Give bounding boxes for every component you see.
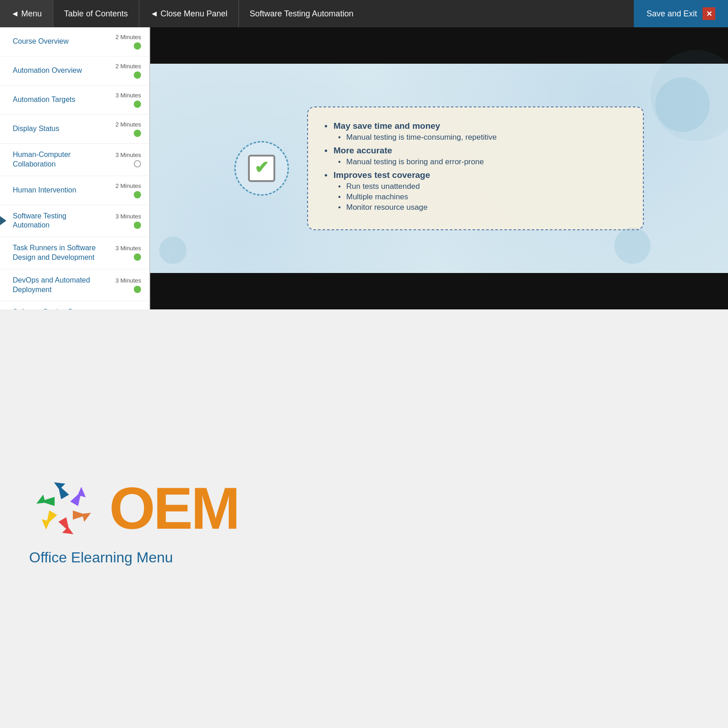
sidebar-item-label: Course Overview bbox=[13, 37, 105, 46]
sidebar-item-course-overview[interactable]: Course Overview 2 Minutes bbox=[0, 27, 149, 56]
sidebar-item-meta: 2 Minutes bbox=[105, 182, 141, 198]
content-bottom-black bbox=[150, 273, 728, 309]
deco-circle-2 bbox=[614, 228, 651, 264]
deco-circle-4 bbox=[651, 50, 728, 141]
sidebar-item-time: 3 Minutes bbox=[116, 245, 141, 252]
current-topic-label: Software Testing Automation bbox=[239, 0, 364, 27]
oem-subtitle: Office Elearning Menu bbox=[29, 549, 173, 566]
sidebar-item-automation-targets[interactable]: Automation Targets 3 Minutes bbox=[0, 86, 149, 115]
sidebar-item-meta: 3 Minutes bbox=[105, 152, 141, 167]
sidebar-item-time: 3 Minutes bbox=[116, 213, 141, 220]
status-dot bbox=[134, 286, 141, 293]
close-menu-button[interactable]: ◄ Close Menu Panel bbox=[139, 0, 239, 27]
top-bar-left: ◄ Menu Table of Contents ◄ Close Menu Pa… bbox=[0, 0, 364, 27]
slide-sub-bullet-2-0: Run tests unattended bbox=[334, 182, 627, 191]
content-top-black bbox=[150, 27, 728, 64]
deco-circle-3 bbox=[159, 237, 187, 264]
status-dot bbox=[134, 253, 141, 261]
logo-top: OEM bbox=[27, 472, 238, 545]
checkbox-icon-wrap: ✔ bbox=[234, 141, 289, 196]
sidebar-item-time: 2 Minutes bbox=[116, 121, 141, 128]
sidebar-item-label: Display Status bbox=[13, 124, 105, 134]
sidebar-item-automation-overview[interactable]: Automation Overview 2 Minutes bbox=[0, 56, 149, 86]
sidebar-item-label: Task Runners in Software Design and Deve… bbox=[13, 243, 105, 263]
sidebar-item-human-computer[interactable]: Human-Computer Collaboration 3 Minutes bbox=[0, 144, 149, 176]
sidebar-item-label: Automation Overview bbox=[13, 66, 105, 76]
sidebar-item-software-testing[interactable]: Software Testing Automation 3 Minutes bbox=[0, 205, 149, 238]
sidebar: Course Overview 2 Minutes Automation Ove… bbox=[0, 27, 150, 309]
sidebar-item-label: Human Intervention bbox=[13, 186, 105, 195]
slide-sub-bullet-2-2: Monitor resource usage bbox=[334, 203, 627, 212]
sidebar-item-label: Software Design Patterns for Robotics bbox=[13, 308, 105, 309]
slide-bullet-0: May save time and moneyManual testing is… bbox=[324, 121, 627, 142]
logo-area: OEM Office Elearning Menu bbox=[0, 309, 728, 728]
sidebar-item-task-runners[interactable]: Task Runners in Software Design and Deve… bbox=[0, 237, 149, 269]
status-dot bbox=[134, 71, 141, 79]
sidebar-item-meta: 3 Minutes bbox=[105, 245, 141, 261]
check-square-icon: ✔ bbox=[248, 155, 275, 182]
sidebar-item-human-intervention[interactable]: Human Intervention 2 Minutes bbox=[0, 176, 149, 205]
menu-button[interactable]: ◄ Menu bbox=[0, 0, 53, 27]
sidebar-item-time: 3 Minutes bbox=[116, 152, 141, 158]
status-dot bbox=[134, 191, 141, 198]
slide-sub-bullet-0-0: Manual testing is time-consuming, repeti… bbox=[334, 133, 627, 142]
oem-arrow-wheel bbox=[27, 472, 100, 545]
top-bar: ◄ Menu Table of Contents ◄ Close Menu Pa… bbox=[0, 0, 728, 27]
content-area: ✔ May save time and moneyManual testing … bbox=[150, 27, 728, 309]
checkmark-symbol: ✔ bbox=[254, 157, 269, 177]
info-box: May save time and moneyManual testing is… bbox=[307, 106, 644, 230]
sidebar-item-meta: 2 Minutes bbox=[105, 63, 141, 79]
sidebar-item-label: Human-Computer Collaboration bbox=[13, 150, 105, 169]
sidebar-item-label: DevOps and Automated Deployment bbox=[13, 276, 105, 295]
sidebar-item-time: 3 Minutes bbox=[116, 92, 141, 99]
status-dot bbox=[134, 160, 141, 167]
close-x-icon[interactable]: ✕ bbox=[703, 7, 715, 20]
status-dot bbox=[134, 101, 141, 108]
status-dot bbox=[134, 42, 141, 50]
sidebar-item-meta: 3 Minutes bbox=[105, 92, 141, 108]
sidebar-item-time: 2 Minutes bbox=[116, 34, 141, 40]
sidebar-item-display-status[interactable]: Display Status 2 Minutes bbox=[0, 115, 149, 144]
sidebar-item-label: Automation Targets bbox=[13, 95, 105, 105]
sidebar-item-software-design[interactable]: Software Design Patterns for Robotics 3 … bbox=[0, 301, 149, 309]
content-slide: ✔ May save time and moneyManual testing … bbox=[150, 64, 728, 273]
status-dot bbox=[134, 130, 141, 137]
logo-container: OEM Office Elearning Menu bbox=[27, 472, 238, 566]
slide-bullet-1: More accurateManual testing is boring an… bbox=[324, 146, 627, 167]
save-exit-button[interactable]: Save and Exit ✕ bbox=[634, 0, 728, 27]
slide-bullet-2: Improves test coverageRun tests unattend… bbox=[324, 170, 627, 212]
toc-label: Table of Contents bbox=[53, 0, 139, 27]
sidebar-item-devops[interactable]: DevOps and Automated Deployment 3 Minute… bbox=[0, 269, 149, 302]
menu-label: ◄ Menu bbox=[11, 9, 42, 19]
sidebar-item-time: 3 Minutes bbox=[116, 277, 141, 284]
save-exit-label: Save and Exit bbox=[647, 9, 697, 19]
sidebar-item-time: 2 Minutes bbox=[116, 63, 141, 70]
checkbox-circle: ✔ bbox=[234, 141, 289, 196]
status-dot bbox=[134, 222, 141, 229]
main-layout: Course Overview 2 Minutes Automation Ove… bbox=[0, 27, 728, 309]
sidebar-item-time: 2 Minutes bbox=[116, 182, 141, 189]
sidebar-item-meta: 3 Minutes bbox=[105, 277, 141, 293]
slide-main: ✔ May save time and moneyManual testing … bbox=[234, 106, 644, 230]
slide-sub-bullet-1-0: Manual testing is boring and error-prone bbox=[334, 157, 627, 167]
sidebar-item-meta: 2 Minutes bbox=[105, 121, 141, 137]
slide-sub-bullet-2-1: Multiple machines bbox=[334, 192, 627, 202]
oem-text-logo: OEM bbox=[109, 479, 238, 538]
sidebar-item-meta: 2 Minutes bbox=[105, 34, 141, 50]
sidebar-item-meta: 3 Minutes bbox=[105, 213, 141, 229]
sidebar-item-label: Software Testing Automation bbox=[13, 212, 105, 231]
